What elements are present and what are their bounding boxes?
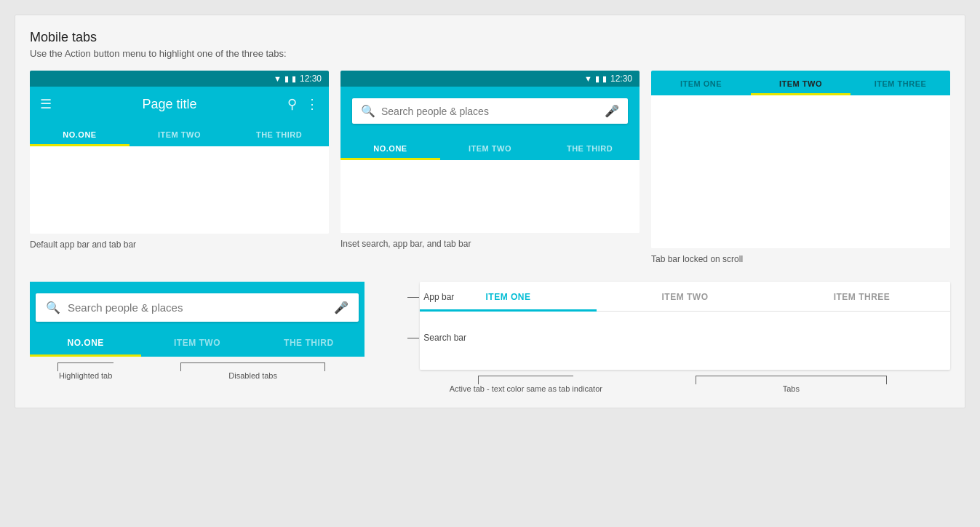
mockup1-title: Page title: [60, 97, 279, 112]
mockup2-label: Inset search, app bar, and tab bar: [340, 239, 640, 249]
mockup2-tab-0[interactable]: NO.ONE: [340, 135, 440, 160]
ann-dash-2: [407, 338, 419, 338]
menu-icon[interactable]: ☰: [40, 96, 52, 112]
bracket-tabs: [696, 376, 886, 384]
white-mockup-container: ITEM ONE ITEM TWO ITEM THREE Active tab …: [420, 282, 950, 393]
mockup1-app-bar: ☰ Page title ⚲ ⋮: [30, 87, 329, 122]
mockup1-tab-1[interactable]: ITEM TWO: [130, 122, 229, 146]
tabs-section: Tabs: [632, 376, 950, 393]
large-search-icon: 🔍: [46, 301, 60, 314]
bottom-left: 🔍 🎤 NO.ONE ITEM TWO THE THIRD: [30, 282, 364, 393]
large-tab-0[interactable]: NO.ONE: [30, 328, 141, 357]
tabs-label: Tabs: [783, 384, 800, 393]
white-tab-bar: ITEM ONE ITEM TWO ITEM THREE: [420, 282, 950, 312]
mockup2: ▼ ▮ ▮ 12:30 🔍 🎤 NO.ONE: [340, 71, 640, 233]
mockup2-tab-1[interactable]: ITEM TWO: [440, 135, 540, 160]
page-subtitle: Use the Action button menu to highlight …: [30, 48, 950, 59]
wifi-icon: ▼: [274, 74, 282, 83]
top-row: ▼ ▮ ▮ 12:30 ☰ Page title ⚲ ⋮ NO.ONE ITEM: [30, 71, 950, 264]
large-tab-bar: NO.ONE ITEM TWO THE THIRD: [30, 328, 364, 357]
mockup3-tab-bar: ITEM ONE ITEM TWO ITEM THREE: [651, 71, 950, 95]
battery-icon: ▮: [602, 74, 607, 84]
mockup3-content: [651, 95, 950, 248]
battery-icon: ▮: [292, 74, 296, 84]
white-tab-2[interactable]: ITEM THREE: [773, 282, 950, 311]
active-tab-section: Active tab - text color same as tab indi…: [420, 376, 632, 393]
large-tab-1[interactable]: ITEM TWO: [141, 328, 252, 357]
mockup1-tab-bar: NO.ONE ITEM TWO THE THIRD: [30, 122, 329, 146]
mockup1-tab-2[interactable]: THE THIRD: [229, 122, 329, 146]
status-time: 12:30: [300, 74, 322, 84]
search-icon: 🔍: [361, 104, 375, 118]
status-icons: ▼ ▮ ▮: [274, 74, 296, 84]
mockup1: ▼ ▮ ▮ 12:30 ☰ Page title ⚲ ⋮ NO.ONE ITEM: [30, 71, 329, 234]
mockup3-label: Tab bar locked on scroll: [651, 254, 950, 264]
large-app-bar-top: [30, 282, 364, 288]
mic-icon: 🎤: [605, 104, 619, 118]
mockup2-wrapper: ▼ ▮ ▮ 12:30 🔍 🎤 NO.ONE: [340, 71, 640, 264]
bracket-disabled: [180, 362, 325, 371]
page-title: Mobile tabs: [30, 30, 950, 45]
large-bottom-labels: Highlighted tab Disabled tabs: [30, 362, 364, 380]
mockup3-tab-0[interactable]: ITEM ONE: [651, 71, 751, 95]
large-mic-icon: 🎤: [334, 301, 348, 314]
mockup1-wrapper: ▼ ▮ ▮ 12:30 ☰ Page title ⚲ ⋮ NO.ONE ITEM: [30, 71, 329, 264]
large-mockup-container: 🔍 🎤 NO.ONE ITEM TWO THE THIRD: [30, 282, 364, 357]
white-content: [420, 312, 950, 370]
white-tab-0[interactable]: ITEM ONE: [420, 282, 597, 311]
mockup2-search-input[interactable]: [381, 106, 599, 117]
large-search-input[interactable]: [68, 301, 327, 314]
highlighted-tab-section: Highlighted tab: [30, 362, 141, 380]
mockup3-wrapper: ITEM ONE ITEM TWO ITEM THREE Tab bar loc…: [651, 71, 950, 264]
mockup2-time: 12:30: [610, 74, 632, 84]
mockup1-status-bar: ▼ ▮ ▮ 12:30: [30, 71, 329, 87]
bracket-active: [478, 376, 573, 384]
bottom-row: 🔍 🎤 NO.ONE ITEM TWO THE THIRD: [30, 282, 950, 393]
active-label: Active tab - text color same as tab indi…: [450, 384, 602, 393]
mockup2-search-bar[interactable]: 🔍 🎤: [352, 98, 628, 124]
mockup2-tab-bar: NO.ONE ITEM TWO THE THIRD: [340, 135, 640, 160]
large-mockup: 🔍 🎤 NO.ONE ITEM TWO THE THIRD: [30, 282, 364, 357]
main-card: Mobile tabs Use the Action button menu t…: [15, 15, 965, 408]
more-icon[interactable]: ⋮: [306, 96, 319, 112]
annotation-searchbar: Search bar: [407, 333, 466, 343]
ann-dash-1: [407, 297, 419, 298]
mockup3: ITEM ONE ITEM TWO ITEM THREE: [651, 71, 950, 248]
bracket-highlighted: [57, 362, 113, 371]
white-bottom-labels: Active tab - text color same as tab indi…: [420, 376, 950, 393]
ann-text-searchbar: Search bar: [423, 333, 466, 343]
signal-icon: ▮: [595, 74, 599, 84]
mockup2-status-bar: ▼ ▮ ▮ 12:30: [340, 71, 640, 87]
mockup1-tab-0[interactable]: NO.ONE: [30, 122, 130, 146]
disabled-label: Disabled tabs: [228, 371, 277, 380]
mockup1-content: [30, 146, 329, 234]
search-icon[interactable]: ⚲: [287, 96, 297, 112]
mockup3-tab-1[interactable]: ITEM TWO: [751, 71, 850, 95]
large-tab-2[interactable]: THE THIRD: [253, 328, 364, 357]
disabled-tabs-section: Disabled tabs: [141, 362, 364, 380]
mockup2-app-bar: 🔍 🎤: [340, 87, 640, 135]
large-search-bar[interactable]: 🔍 🎤: [36, 293, 359, 322]
mockup1-label: Default app bar and tab bar: [30, 239, 329, 250]
wifi-icon: ▼: [584, 74, 592, 83]
white-tab-1[interactable]: ITEM TWO: [597, 282, 773, 311]
highlighted-label: Highlighted tab: [59, 371, 112, 380]
mockup2-tab-2[interactable]: THE THIRD: [540, 135, 640, 160]
mockup3-tab-2[interactable]: ITEM THREE: [850, 71, 950, 95]
mockup2-status-icons: ▼ ▮ ▮: [584, 74, 607, 84]
signal-icon: ▮: [284, 74, 289, 84]
mockup2-content: [340, 160, 640, 233]
white-tab-mockup: ITEM ONE ITEM TWO ITEM THREE: [420, 282, 950, 370]
